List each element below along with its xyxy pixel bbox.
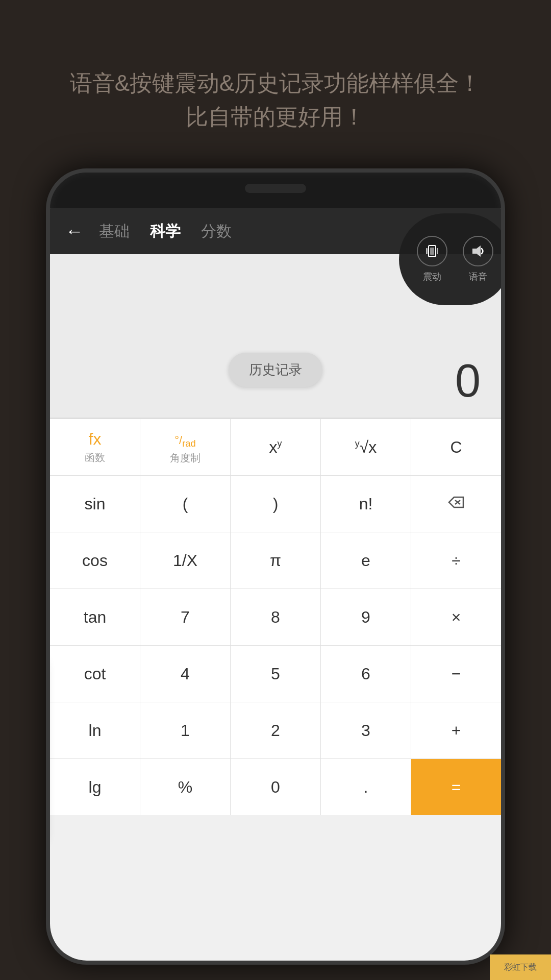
volume-down-button[interactable] — [46, 372, 48, 402]
key-main-label: + — [452, 721, 461, 740]
key-_-6-1[interactable]: % — [140, 759, 231, 815]
key-row-4: cot456− — [50, 646, 501, 702]
key-main-label: cot — [84, 665, 106, 683]
vibrate-icon — [417, 236, 447, 266]
svg-rect-3 — [437, 248, 438, 254]
key-_-1-4[interactable] — [411, 476, 501, 532]
display-value: 0 — [455, 355, 481, 407]
voice-option[interactable]: 语音 — [463, 236, 493, 283]
svg-marker-4 — [472, 246, 481, 257]
key-0-6-2[interactable]: 0 — [231, 759, 321, 815]
key-1-5-1[interactable]: 1 — [140, 702, 231, 758]
key-4-4-1[interactable]: 4 — [140, 646, 231, 702]
power-button[interactable] — [503, 351, 505, 392]
key-__x-0-3[interactable]: y√x — [321, 419, 411, 475]
voice-label: 语音 — [469, 271, 487, 283]
key-main-label: ( — [183, 495, 188, 513]
key-e-2-3[interactable]: e — [321, 532, 411, 589]
key-main-label: ÷ — [452, 551, 461, 570]
key-main-label: 4 — [181, 665, 190, 683]
key-main-label: 1 — [181, 721, 190, 740]
key-x_-0-2[interactable]: xy — [231, 419, 321, 475]
key-row-1: sin()n! — [50, 476, 501, 532]
key-cot-4-0[interactable]: cot — [50, 646, 140, 702]
key-_-4-4[interactable]: − — [411, 646, 501, 702]
key-main-label: ln — [89, 721, 102, 740]
tab-science[interactable]: 科学 — [150, 221, 181, 242]
key-main-label: 0 — [271, 778, 280, 797]
key-tan-3-0[interactable]: tan — [50, 589, 140, 645]
key-__rad-0-1[interactable]: °/rad角度制 — [140, 419, 231, 475]
key-sub-label: 函数 — [85, 451, 105, 464]
key-main-label: °/rad — [174, 429, 195, 449]
key-main-label: ) — [273, 495, 279, 513]
key-fx-0-0[interactable]: fx函数 — [50, 419, 140, 475]
key-main-label: × — [452, 608, 461, 627]
key-cos-2-0[interactable]: cos — [50, 532, 140, 589]
watermark: 彩虹下载 — [490, 954, 551, 980]
key-main-label: e — [361, 551, 370, 570]
key-row-6: lg%0.= — [50, 759, 501, 815]
key-ln-5-0[interactable]: ln — [50, 702, 140, 758]
volume-up-button[interactable] — [46, 326, 48, 356]
key-7-3-1[interactable]: 7 — [140, 589, 231, 645]
key-_-6-4[interactable]: = — [411, 759, 501, 815]
voice-icon — [463, 236, 493, 266]
key-main-label: 1/X — [173, 551, 197, 570]
key-main-label: xy — [269, 438, 282, 457]
key-3-5-3[interactable]: 3 — [321, 702, 411, 758]
key-row-3: tan789× — [50, 589, 501, 646]
key-_-1-1[interactable]: ( — [140, 476, 231, 532]
promo-line2: 比自带的更好用！ — [0, 100, 551, 134]
history-button[interactable]: 历史记录 — [229, 353, 322, 387]
nav-bar: ← 基础 科学 分数 震动 — [50, 208, 501, 254]
key-main-label: 2 — [271, 721, 280, 740]
phone-speaker — [245, 184, 306, 193]
key-main-label: sin — [85, 495, 106, 513]
key-main-label: 5 — [271, 665, 280, 683]
key-sub-label: 角度制 — [170, 451, 201, 465]
phone-screen: ← 基础 科学 分数 震动 — [50, 208, 501, 961]
key-main-label: n! — [359, 495, 373, 513]
key-8-3-2[interactable]: 8 — [231, 589, 321, 645]
key-1_X-2-1[interactable]: 1/X — [140, 532, 231, 589]
key-lg-6-0[interactable]: lg — [50, 759, 140, 815]
key-_-1-2[interactable]: ) — [231, 476, 321, 532]
key-_-6-3[interactable]: . — [321, 759, 411, 815]
key-_-5-4[interactable]: + — [411, 702, 501, 758]
svg-rect-2 — [426, 248, 428, 254]
key-_-2-4[interactable]: ÷ — [411, 532, 501, 589]
key-main-label: 9 — [361, 608, 370, 627]
key-sin-1-0[interactable]: sin — [50, 476, 140, 532]
key-main-label — [447, 495, 465, 513]
keyboard: fx函数°/rad角度制xyy√xCsin()n!cos1/Xπe÷tan789… — [50, 419, 501, 815]
key-6-4-3[interactable]: 6 — [321, 646, 411, 702]
popup-menu: 震动 语音 — [399, 213, 501, 305]
key-main-label: % — [178, 778, 192, 797]
key-5-4-2[interactable]: 5 — [231, 646, 321, 702]
vibrate-option[interactable]: 震动 — [417, 236, 447, 283]
promo-line1: 语音&按键震动&历史记录功能样样俱全！ — [0, 66, 551, 100]
key-row-2: cos1/Xπe÷ — [50, 532, 501, 589]
key-2-5-2[interactable]: 2 — [231, 702, 321, 758]
svg-rect-1 — [430, 248, 434, 255]
key-main-label: 6 — [361, 665, 370, 683]
key-main-label: y√x — [355, 438, 377, 457]
key-_-2-2[interactable]: π — [231, 532, 321, 589]
key-row-5: ln123+ — [50, 702, 501, 759]
key-main-label: 8 — [271, 608, 280, 627]
key-main-label: 3 — [361, 721, 370, 740]
back-button[interactable]: ← — [65, 220, 84, 242]
key-_-3-4[interactable]: × — [411, 589, 501, 645]
key-C-0-4[interactable]: C — [411, 419, 501, 475]
tab-basic[interactable]: 基础 — [99, 221, 130, 242]
tab-fraction[interactable]: 分数 — [201, 221, 232, 242]
key-main-label: C — [450, 438, 462, 457]
promo-text: 语音&按键震动&历史记录功能样样俱全！ 比自带的更好用！ — [0, 66, 551, 134]
key-n_-1-3[interactable]: n! — [321, 476, 411, 532]
key-9-3-3[interactable]: 9 — [321, 589, 411, 645]
key-main-label: cos — [82, 551, 108, 570]
key-main-label: lg — [89, 778, 102, 797]
key-main-label: 7 — [181, 608, 190, 627]
key-main-label: = — [452, 778, 461, 797]
